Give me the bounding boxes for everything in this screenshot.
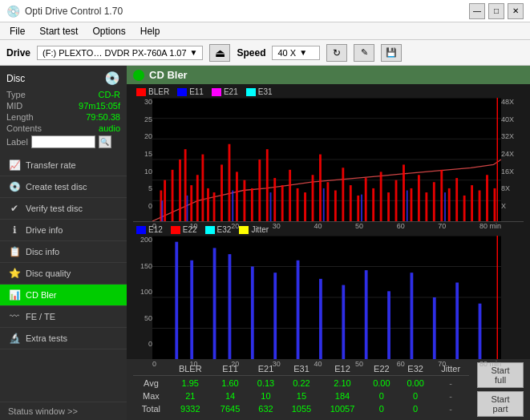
svg-rect-70 bbox=[251, 267, 254, 360]
speed-value: 40 X bbox=[277, 48, 296, 58]
drivebar: Drive (F:) PLEXTO… DVDR PX-760A 1.07 ▼ ⏏… bbox=[0, 40, 530, 66]
e31-label: E31 bbox=[258, 87, 273, 96]
svg-rect-77 bbox=[411, 273, 414, 359]
chart-title: CD Bler bbox=[149, 69, 188, 81]
svg-rect-33 bbox=[350, 185, 352, 221]
disc-type-value: CD-R bbox=[99, 90, 121, 99]
yr1-8x: 8X bbox=[501, 184, 527, 192]
sidebar-item-drive-info[interactable]: ℹ Drive info bbox=[0, 220, 127, 241]
disc-label-input[interactable] bbox=[31, 135, 95, 148]
action-buttons: Start full Start part bbox=[477, 362, 524, 417]
svg-rect-52 bbox=[494, 188, 496, 221]
close-button[interactable]: ✕ bbox=[508, 3, 524, 19]
x2-80: 80 min bbox=[479, 360, 501, 368]
chart2-container: E12 E22 E32 Jitter bbox=[127, 222, 530, 359]
menu-file[interactable]: File bbox=[3, 24, 31, 38]
menubar: File Start test Options Help bbox=[0, 22, 530, 40]
sidebar-item-create-test-disc[interactable]: 💿 Create test disc bbox=[0, 176, 127, 198]
disc-label-label: Label bbox=[6, 137, 28, 147]
svg-rect-57 bbox=[323, 188, 325, 221]
sidebar-item-transfer-rate[interactable]: 📈 Transfer rate bbox=[0, 155, 127, 176]
stats-avg-e31: 0.22 bbox=[283, 376, 321, 390]
sidebar-item-cd-bler[interactable]: 📊 CD Bler bbox=[0, 285, 127, 306]
stats-total-jitter: - bbox=[432, 402, 469, 415]
svg-rect-43 bbox=[425, 192, 427, 221]
svg-rect-9 bbox=[179, 160, 181, 221]
x2-30: 30 bbox=[273, 360, 281, 368]
disc-contents-value: audio bbox=[99, 123, 120, 133]
disc-quality-icon: ⭐ bbox=[8, 267, 21, 280]
sidebar-item-fe-te[interactable]: 〰 FE / TE bbox=[0, 306, 127, 328]
svg-rect-51 bbox=[486, 175, 488, 221]
stats-max-e32: 0 bbox=[399, 390, 432, 402]
yr1-24x: 24X bbox=[501, 150, 527, 158]
stats-total-e11: 7645 bbox=[212, 402, 249, 415]
refresh-button[interactable]: ↻ bbox=[326, 44, 347, 62]
sidebar-item-disc-info[interactable]: 📋 Disc info bbox=[0, 241, 127, 263]
sidebar-item-disc-quality[interactable]: ⭐ Disc quality bbox=[0, 263, 127, 285]
svg-rect-50 bbox=[479, 191, 481, 222]
speed-selector[interactable]: 40 X ▼ bbox=[272, 46, 320, 60]
e11-color bbox=[177, 88, 187, 96]
svg-rect-49 bbox=[471, 185, 473, 221]
bler-color bbox=[136, 88, 146, 96]
y1-label-15: 15 bbox=[130, 150, 152, 158]
write-button[interactable]: ✎ bbox=[354, 44, 374, 62]
svg-rect-25 bbox=[289, 170, 291, 221]
speed-dropdown-icon: ▼ bbox=[299, 48, 307, 57]
svg-rect-76 bbox=[387, 291, 390, 359]
menu-help[interactable]: Help bbox=[134, 24, 167, 38]
save-button[interactable]: 💾 bbox=[381, 44, 402, 62]
svg-rect-21 bbox=[258, 160, 261, 221]
svg-rect-13 bbox=[201, 155, 204, 221]
y2-150: 150 bbox=[130, 262, 152, 270]
start-part-button[interactable]: Start part bbox=[477, 391, 524, 417]
svg-rect-44 bbox=[433, 182, 435, 221]
status-window-button[interactable]: Status window >> bbox=[0, 402, 127, 420]
app-icon: 💿 bbox=[6, 5, 20, 18]
disc-label-btn[interactable]: 🔍 bbox=[99, 135, 111, 148]
sidebar-item-extra-tests[interactable]: 🔬 Extra tests bbox=[0, 328, 127, 349]
x1-30: 30 bbox=[273, 222, 281, 230]
menu-start-test[interactable]: Start test bbox=[33, 24, 84, 38]
stats-table: BLER E11 E21 E31 E12 E22 E32 Jitter bbox=[133, 362, 469, 415]
stats-total-e31: 1055 bbox=[283, 402, 321, 415]
stats-total-e32: 0 bbox=[399, 402, 432, 415]
sidebar-disc-info-label: Disc info bbox=[26, 247, 59, 256]
x2-10: 10 bbox=[190, 360, 198, 368]
svg-rect-73 bbox=[319, 279, 322, 359]
x1-70: 70 bbox=[438, 222, 446, 230]
sidebar-item-verify-test-disc[interactable]: ✔ Verify test disc bbox=[0, 198, 127, 220]
svg-rect-40 bbox=[403, 164, 405, 221]
sidebar: Disc 💿 Type CD-R MID 97m15:05f Length 79… bbox=[0, 66, 127, 420]
eject-button[interactable]: ⏏ bbox=[209, 44, 230, 62]
menu-options[interactable]: Options bbox=[86, 24, 131, 38]
e21-label: E21 bbox=[224, 87, 238, 96]
e11-label: E11 bbox=[189, 87, 204, 96]
chart1-plot-area: 0 10 20 30 40 50 60 70 80 min bbox=[152, 98, 501, 221]
drive-value: (F:) PLEXTO… DVDR PX-760A 1.07 bbox=[42, 48, 187, 58]
svg-rect-28 bbox=[312, 175, 314, 221]
svg-rect-7 bbox=[164, 180, 166, 221]
chart1-svg bbox=[152, 98, 501, 221]
stats-max-e21: 10 bbox=[249, 390, 282, 402]
y1-label-25: 25 bbox=[130, 115, 152, 123]
create-test-disc-icon: 💿 bbox=[8, 180, 21, 193]
disc-label: Disc bbox=[6, 73, 25, 84]
e21-color bbox=[212, 88, 221, 96]
app-title: Opti Drive Control 1.70 bbox=[25, 6, 123, 17]
maximize-button[interactable]: □ bbox=[488, 3, 504, 19]
disc-mid-value: 97m15:05f bbox=[79, 101, 120, 111]
svg-rect-59 bbox=[407, 191, 408, 222]
disc-length-label: Length bbox=[6, 112, 34, 122]
chart2-svg bbox=[152, 236, 501, 359]
svg-rect-53 bbox=[161, 200, 163, 221]
disc-info-icon: 📋 bbox=[8, 245, 21, 258]
svg-rect-42 bbox=[418, 175, 420, 221]
stats-avg-e12: 2.10 bbox=[320, 376, 364, 390]
speed-label: Speed bbox=[237, 47, 265, 59]
drive-selector[interactable]: (F:) PLEXTO… DVDR PX-760A 1.07 ▼ bbox=[37, 46, 203, 60]
minimize-button[interactable]: — bbox=[469, 3, 485, 19]
x2-0: 0 bbox=[152, 360, 156, 368]
x2-70: 70 bbox=[438, 360, 446, 368]
